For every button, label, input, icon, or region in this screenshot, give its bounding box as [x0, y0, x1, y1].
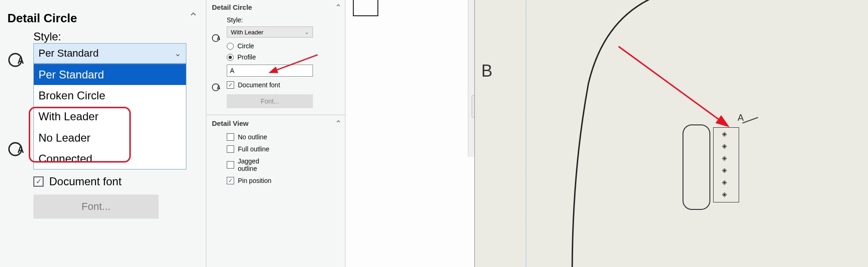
- collapse-icon[interactable]: ⌃: [335, 119, 341, 128]
- no-outline-checkbox[interactable]: [227, 133, 234, 141]
- detail-style-icon: A: [212, 33, 221, 44]
- detail-label-a: A: [738, 112, 744, 123]
- full-outline-checkbox[interactable]: [227, 145, 234, 153]
- collapse-icon[interactable]: ⌃: [335, 3, 341, 12]
- svg-line-8: [275, 55, 318, 71]
- svg-text:A: A: [217, 36, 220, 41]
- jagged-outline-checkbox[interactable]: [227, 161, 234, 169]
- construction-line: [526, 0, 526, 267]
- style-combo[interactable]: Per Standard ⌄: [33, 43, 186, 64]
- style-combo[interactable]: With Leader ⌄: [227, 26, 313, 38]
- scrollbar[interactable]: [468, 0, 474, 157]
- detail-view-header: Detail View: [212, 119, 249, 127]
- style-option-no-leader[interactable]: No Leader: [34, 127, 186, 148]
- svg-text:A: A: [18, 144, 24, 155]
- detail-style-icon: A: [8, 52, 25, 72]
- svg-text:A: A: [217, 85, 220, 90]
- radio-circle[interactable]: [227, 43, 234, 50]
- radio-circle-label: Circle: [237, 42, 254, 50]
- style-option-per-standard[interactable]: Per Standard: [34, 64, 186, 85]
- chevron-down-icon: ⌄: [305, 29, 309, 35]
- pin-position-label: Pin position: [238, 177, 271, 184]
- radio-profile-label: Profile: [237, 53, 256, 61]
- style-dropdown-list[interactable]: Per Standard Broken Circle With Leader N…: [33, 64, 186, 169]
- detail-circle-panel-large: Detail Circle ⌃ Style: A Per Standard ⌄ …: [0, 0, 206, 267]
- style-option-connected[interactable]: Connected: [34, 148, 186, 169]
- drawing-canvas-gap: [345, 0, 474, 267]
- panel-header: Detail Circle: [6, 5, 79, 30]
- pin-icon: [723, 168, 729, 174]
- pin-icon: [723, 143, 729, 150]
- annotation-arrow: [267, 51, 322, 79]
- connector-feature: [713, 127, 739, 202]
- font-button[interactable]: Font...: [33, 195, 159, 219]
- detail-name-value: A: [230, 67, 234, 74]
- collapse-icon[interactable]: ⌃: [188, 10, 201, 25]
- full-outline-label: Full outline: [238, 145, 269, 153]
- style-label: Style:: [211, 16, 342, 24]
- pin-icon: [723, 180, 729, 186]
- property-manager-panel: Detail Circle ⌃ Style: A With Leader ⌄ C…: [206, 0, 345, 267]
- style-combo-value: With Leader: [231, 29, 263, 36]
- sheet-fragment: [353, 0, 378, 16]
- view-label-b: B: [481, 61, 492, 81]
- pin-position-checkbox[interactable]: ✓: [227, 177, 234, 184]
- style-combo-value: Per Standard: [38, 47, 99, 59]
- pin-icon: [723, 192, 729, 198]
- document-font-label: Document font: [49, 175, 121, 188]
- detail-view-options: No outline Full outline Jagged outline ✓…: [227, 133, 342, 184]
- document-font-label: Document font: [238, 81, 280, 89]
- jagged-outline-label: Jagged outline: [238, 157, 275, 172]
- detail-name-icon: A: [8, 141, 25, 161]
- no-outline-label: No outline: [238, 133, 267, 141]
- pin-icon: [723, 156, 729, 162]
- document-font-checkbox[interactable]: ✓: [33, 176, 44, 187]
- detail-circle-header: Detail Circle: [212, 3, 252, 11]
- style-option-broken-circle[interactable]: Broken Circle: [34, 85, 186, 106]
- detail-name-icon: A: [212, 83, 221, 93]
- radio-profile[interactable]: [227, 54, 234, 61]
- style-option-with-leader[interactable]: With Leader: [34, 106, 186, 127]
- svg-text:A: A: [18, 55, 24, 65]
- style-label: Style:: [6, 30, 201, 43]
- section-divider: [206, 115, 347, 115]
- chevron-down-icon: ⌄: [174, 48, 181, 59]
- drawing-viewport[interactable]: B A: [474, 0, 868, 267]
- slot-feature: [683, 124, 710, 210]
- document-font-checkbox[interactable]: ✓: [227, 81, 234, 89]
- pin-icon: [723, 131, 729, 138]
- font-button[interactable]: Font...: [227, 94, 313, 108]
